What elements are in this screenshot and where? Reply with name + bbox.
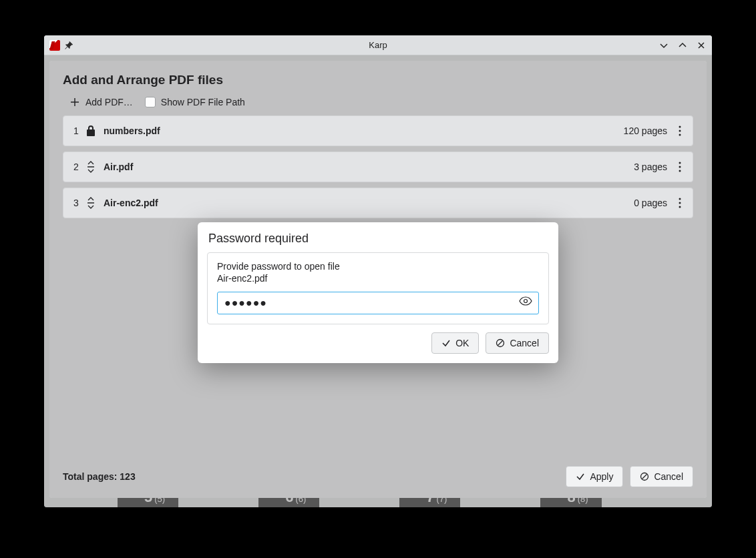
svg-line-10 [642,475,647,479]
file-row-menu-button[interactable] [674,198,686,208]
dialog-title: Add and Arrange PDF files [63,73,693,87]
file-row-menu-button[interactable] [674,125,686,136]
minimize-button[interactable] [658,40,669,51]
svg-point-3 [679,162,681,164]
apply-button[interactable]: Apply [566,466,623,487]
drag-handle-icon[interactable] [82,197,100,209]
cancel-button[interactable]: Cancel [630,466,693,487]
svg-point-1 [679,130,681,132]
password-dialog-message: Provide password to open file [217,261,539,272]
lock-icon [82,124,100,137]
file-row[interactable]: 3 Air-enc2.pdf 0 pages [63,188,693,218]
svg-point-4 [679,166,681,168]
svg-point-0 [679,126,681,128]
plus-icon [69,97,80,107]
file-row-menu-button[interactable] [674,162,686,172]
app-window: Karp 5(5) 6(6) 7(7) 8(8) Add and Arrange… [44,35,712,507]
file-row[interactable]: 2 Air.pdf 3 pages [63,152,693,182]
svg-point-5 [679,170,681,172]
reveal-password-button[interactable] [519,296,532,310]
cancel-button[interactable]: Cancel [486,332,549,354]
svg-line-13 [498,341,503,346]
show-path-checkbox[interactable]: Show PDF File Path [145,97,245,107]
app-icon [49,40,60,51]
check-icon [441,338,451,348]
close-button[interactable] [696,40,707,51]
svg-point-7 [679,202,681,204]
svg-point-6 [679,198,681,200]
maximize-button[interactable] [677,40,688,51]
titlebar: Karp [44,35,712,55]
svg-point-8 [679,206,681,208]
file-row[interactable]: 1 numbers.pdf 120 pages [63,115,693,146]
total-pages-label: Total pages: 123 [63,471,136,482]
svg-point-11 [524,300,528,303]
cancel-icon [640,472,649,481]
ok-button[interactable]: OK [431,332,479,354]
eye-icon [519,296,532,306]
checkbox-icon [145,97,156,107]
password-input[interactable] [217,292,539,314]
check-icon [576,472,585,481]
pin-icon[interactable] [64,41,73,50]
password-dialog-title: Password required [207,232,549,246]
cancel-icon [496,338,505,348]
drag-handle-icon[interactable] [82,161,100,173]
svg-point-2 [679,134,681,136]
password-dialog-filename: Air-enc2.pdf [217,273,539,284]
window-title: Karp [103,40,653,50]
add-pdf-button[interactable]: Add PDF… [69,97,133,107]
password-dialog: Password required Provide password to op… [198,222,558,363]
